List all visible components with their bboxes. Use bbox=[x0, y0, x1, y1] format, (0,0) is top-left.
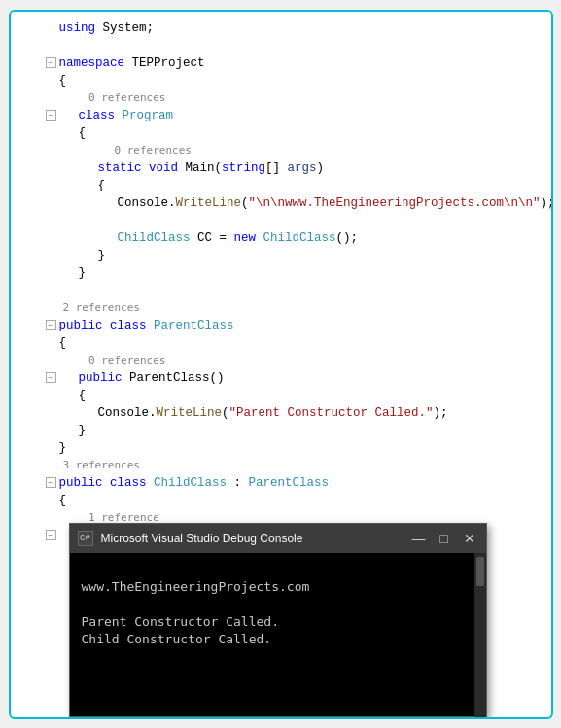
code-row: −namespace TEPProject bbox=[11, 54, 551, 72]
code-row bbox=[11, 37, 551, 54]
line-content: } bbox=[59, 439, 551, 457]
line-gutter bbox=[11, 425, 59, 435]
collapse-icon[interactable]: − bbox=[46, 372, 56, 383]
code-row: 0 references bbox=[11, 142, 551, 159]
collapse-icon[interactable]: − bbox=[46, 320, 56, 330]
line-gutter: − bbox=[11, 110, 59, 121]
console-app-icon: C# bbox=[78, 531, 93, 546]
line-gutter bbox=[11, 355, 59, 365]
line-gutter bbox=[11, 197, 59, 208]
line-content: Console.WriteLine("\n\nwww.TheEngineerin… bbox=[59, 194, 551, 212]
line-content: ChildClass CC = new ChildClass(); bbox=[59, 229, 551, 247]
line-gutter bbox=[11, 162, 59, 173]
line-content: public class ParentClass bbox=[59, 317, 551, 334]
collapse-icon[interactable]: − bbox=[46, 530, 56, 540]
line-gutter bbox=[11, 92, 59, 103]
line-gutter bbox=[11, 390, 59, 400]
code-row: 3 references bbox=[11, 457, 551, 474]
code-row bbox=[11, 212, 551, 229]
code-lines: using System; −namespace TEPProject{ 0 r… bbox=[11, 12, 551, 554]
console-icon-label: C# bbox=[80, 534, 90, 543]
reference-count: 3 references bbox=[59, 459, 140, 471]
collapse-icon[interactable]: − bbox=[46, 110, 56, 121]
line-gutter bbox=[11, 512, 59, 523]
code-row: Console.WriteLine("\n\nwww.TheEngineerin… bbox=[11, 194, 551, 212]
code-row: } bbox=[11, 247, 551, 264]
line-gutter bbox=[11, 460, 59, 470]
code-row: { bbox=[11, 72, 551, 89]
console-output: www.TheEngineeringProjects.com Parent Co… bbox=[70, 553, 486, 656]
console-titlebar: C# Microsoft Visual Studio Debug Console… bbox=[70, 524, 486, 553]
line-gutter: − bbox=[11, 320, 59, 330]
code-row bbox=[11, 282, 551, 299]
line-gutter: − bbox=[11, 477, 59, 488]
console-output-line bbox=[82, 596, 474, 613]
code-row: −public ParentClass() bbox=[11, 369, 551, 387]
line-content: } bbox=[59, 247, 551, 264]
line-gutter bbox=[11, 285, 59, 295]
line-gutter bbox=[11, 145, 59, 156]
line-content: { bbox=[59, 72, 551, 89]
console-close-button[interactable]: ✕ bbox=[461, 530, 478, 547]
line-content: static void Main(string[] args) bbox=[59, 159, 551, 177]
collapse-icon[interactable]: − bbox=[46, 57, 56, 68]
line-content: 0 references bbox=[59, 142, 551, 159]
collapse-icon[interactable]: − bbox=[46, 477, 56, 488]
line-content: using System; bbox=[59, 19, 551, 37]
line-content: { bbox=[59, 334, 551, 352]
line-content: public class ChildClass : ParentClass bbox=[59, 474, 551, 492]
line-gutter: − bbox=[11, 372, 59, 383]
console-output-line: Child Constructor Called. bbox=[82, 631, 474, 648]
line-content: 0 references bbox=[59, 352, 551, 369]
line-gutter bbox=[11, 75, 59, 86]
code-row: Console.WriteLine("Parent Constructor Ca… bbox=[11, 404, 551, 422]
console-output-line: www.TheEngineeringProjects.com bbox=[82, 578, 474, 596]
line-gutter bbox=[11, 442, 59, 453]
console-scrollbar[interactable] bbox=[474, 553, 486, 718]
line-gutter bbox=[11, 232, 59, 243]
code-editor: using System; −namespace TEPProject{ 0 r… bbox=[11, 12, 551, 554]
console-minimize-button[interactable]: — bbox=[410, 530, 428, 547]
line-content: } bbox=[59, 422, 551, 439]
console-window: C# Microsoft Visual Studio Debug Console… bbox=[69, 523, 487, 717]
code-row: using System; bbox=[11, 19, 551, 37]
code-row: static void Main(string[] args) bbox=[11, 159, 551, 177]
line-gutter bbox=[11, 267, 59, 278]
line-content: { bbox=[59, 387, 551, 404]
code-row: { bbox=[11, 177, 551, 194]
line-content: 3 references bbox=[59, 457, 551, 474]
line-gutter bbox=[11, 547, 59, 554]
console-maximize-button[interactable]: □ bbox=[436, 530, 453, 547]
line-content: public ParentClass() bbox=[59, 369, 551, 387]
line-content bbox=[59, 282, 551, 299]
code-row: 2 references bbox=[11, 299, 551, 317]
line-content: namespace TEPProject bbox=[59, 54, 551, 72]
console-title: Microsoft Visual Studio Debug Console bbox=[101, 532, 403, 545]
line-gutter bbox=[11, 250, 59, 260]
line-gutter: − bbox=[11, 57, 59, 68]
line-content: Console.WriteLine("Parent Constructor Ca… bbox=[59, 404, 551, 422]
line-gutter bbox=[11, 22, 59, 33]
code-row: −class Program bbox=[11, 107, 551, 124]
reference-count: 0 references bbox=[59, 91, 166, 104]
line-gutter bbox=[11, 215, 59, 225]
reference-count: 0 references bbox=[59, 354, 166, 366]
code-row: { bbox=[11, 387, 551, 404]
line-content: { bbox=[59, 177, 551, 194]
reference-count: 0 references bbox=[59, 144, 192, 156]
line-gutter: − bbox=[11, 530, 59, 540]
code-row: 0 references bbox=[11, 89, 551, 107]
line-gutter bbox=[11, 495, 59, 505]
code-row: { bbox=[11, 334, 551, 352]
console-output-line bbox=[82, 561, 474, 578]
line-content: } bbox=[59, 264, 551, 282]
code-row: } bbox=[11, 264, 551, 282]
reference-count: 2 references bbox=[59, 301, 140, 314]
code-row: } bbox=[11, 439, 551, 457]
editor-window: using System; −namespace TEPProject{ 0 r… bbox=[9, 10, 553, 719]
line-gutter bbox=[11, 302, 59, 313]
line-content: 2 references bbox=[59, 299, 551, 317]
code-row: −public class ChildClass : ParentClass bbox=[11, 474, 551, 492]
console-scrollbar-thumb[interactable] bbox=[476, 557, 484, 586]
line-content bbox=[59, 37, 551, 54]
